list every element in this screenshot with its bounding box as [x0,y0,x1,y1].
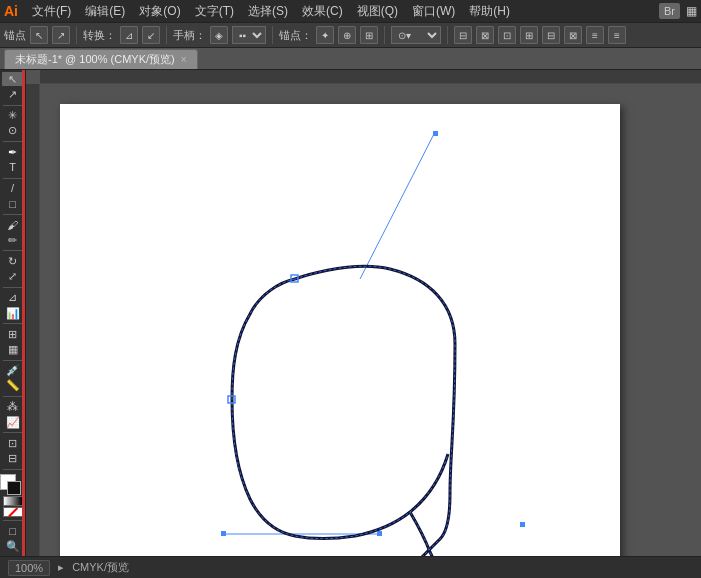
ruler-top: // Tick marks via JS after render [40,70,701,84]
align-tool-6[interactable]: ⊠ [564,26,582,44]
left-toolbar: ↖ ↗ ✳ ⊙ ✒ T / □ 🖌 ✏ ↻ ⤢ ⊿ 📊 ⊞ ▦ 💉 📏 ⁂ 📈 … [0,70,26,556]
tool-magic-wand[interactable]: ✳ [2,108,24,122]
tab-title: 未标题-1* @ 100% (CMYK/预览) [15,52,175,67]
bridge-button[interactable]: Br [659,3,680,19]
tool-symbol[interactable]: ⁂ [2,400,24,414]
red-sidebar-bar [22,70,25,556]
tool-select-arrow[interactable]: ↖ [2,72,24,86]
anchor-point-tool-3[interactable]: ⊞ [360,26,378,44]
tool-direct-select[interactable]: ↗ [2,87,24,101]
menu-bar: Ai 文件(F) 编辑(E) 对象(O) 文字(T) 选择(S) 效果(C) 视… [0,0,701,22]
tool-rect[interactable]: □ [2,197,24,211]
tool-warp[interactable]: ⊿ [2,290,24,304]
tool-slice[interactable]: ⊟ [2,451,24,465]
zoom-level[interactable]: 100% [8,560,50,576]
stroke-color[interactable] [7,481,21,495]
anchor-point-tool-2[interactable]: ⊕ [338,26,356,44]
align-tool-4[interactable]: ⊞ [520,26,538,44]
tool-screen-mode[interactable]: □ [2,524,24,538]
status-separator: ▸ [58,561,64,574]
menu-edit[interactable]: 编辑(E) [79,0,131,22]
tool-zoom[interactable]: 🔍 [2,540,24,554]
tool-line[interactable]: / [2,181,24,195]
anchor-tool-2[interactable]: ↗ [52,26,70,44]
svg-rect-2 [26,84,40,556]
ruler-left [26,84,40,556]
color-mode-buttons [3,496,23,517]
handle-tool-1[interactable]: ◈ [210,26,228,44]
tool-paintbrush[interactable]: 🖌 [2,218,24,232]
tool-text[interactable]: T [2,160,24,174]
svg-rect-8 [433,131,438,136]
menu-text[interactable]: 文字(T) [189,0,240,22]
align-tool-1[interactable]: ⊟ [454,26,472,44]
tool-graph[interactable]: 📊 [2,306,24,320]
tool-measure[interactable]: 📏 [2,379,24,393]
tool-column-graph[interactable]: 📈 [2,415,24,429]
svg-rect-9 [221,531,226,536]
menu-view[interactable]: 视图(Q) [351,0,404,22]
align-tool-2[interactable]: ⊠ [476,26,494,44]
tool-scale[interactable]: ⤢ [2,269,24,283]
svg-rect-10 [377,531,382,536]
view-select[interactable]: ⊙▾ [391,26,441,44]
tool-mesh[interactable]: ⊞ [2,327,24,341]
artboard[interactable] [60,104,620,556]
tool-artboard[interactable]: ⊡ [2,436,24,450]
tool-pencil[interactable]: ✏ [2,233,24,247]
canvas-wrapper[interactable] [40,84,701,556]
svg-line-4 [360,132,435,279]
document-tab[interactable]: 未标题-1* @ 100% (CMYK/预览) × [4,49,198,69]
transform-tool-1[interactable]: ⊿ [120,26,138,44]
transform-label: 转换： [83,28,116,43]
none-button[interactable] [3,507,23,517]
status-bar: 100% ▸ CMYK/预览 [0,556,701,578]
tool-lasso[interactable]: ⊙ [2,124,24,138]
artwork-svg [60,104,620,556]
tab-close-button[interactable]: × [181,54,187,65]
anchor-label: 锚点 [4,28,26,43]
anchor-point-tool-1[interactable]: ✦ [316,26,334,44]
align-tool-7[interactable]: ≡ [586,26,604,44]
anchor-tool-1[interactable]: ↖ [30,26,48,44]
tool-gradient[interactable]: ▦ [2,342,24,356]
align-tool-3[interactable]: ⊡ [498,26,516,44]
app-logo: Ai [4,3,18,19]
gradient-button[interactable] [3,496,23,506]
status-info: CMYK/预览 [72,560,129,575]
anchor-point-label: 锚点： [279,28,312,43]
svg-rect-0 [40,70,701,84]
svg-rect-11 [520,522,525,527]
menu-effect[interactable]: 效果(C) [296,0,349,22]
menu-object[interactable]: 对象(O) [133,0,186,22]
options-toolbar: 锚点 ↖ ↗ 转换： ⊿ ↙ 手柄： ◈ ▪▪ 锚点： ✦ ⊕ ⊞ ⊙▾ ⊟ ⊠… [0,22,701,48]
menu-help[interactable]: 帮助(H) [463,0,516,22]
canvas-area[interactable]: // Tick marks via JS after render [26,70,701,556]
main-area: ↖ ↗ ✳ ⊙ ✒ T / □ 🖌 ✏ ↻ ⤢ ⊿ 📊 ⊞ ▦ 💉 📏 ⁂ 📈 … [0,70,701,556]
align-tool-5[interactable]: ⊟ [542,26,560,44]
tool-eyedropper[interactable]: 💉 [2,363,24,377]
tool-pen[interactable]: ✒ [2,145,24,159]
tool-rotate[interactable]: ↻ [2,254,24,268]
tab-bar: 未标题-1* @ 100% (CMYK/预览) × [0,48,701,70]
menu-select[interactable]: 选择(S) [242,0,294,22]
handle-select[interactable]: ▪▪ [232,26,266,44]
menu-file[interactable]: 文件(F) [26,0,77,22]
transform-tool-2[interactable]: ↙ [142,26,160,44]
handle-label: 手柄： [173,28,206,43]
menu-window[interactable]: 窗口(W) [406,0,461,22]
align-tool-8[interactable]: ≡ [608,26,626,44]
